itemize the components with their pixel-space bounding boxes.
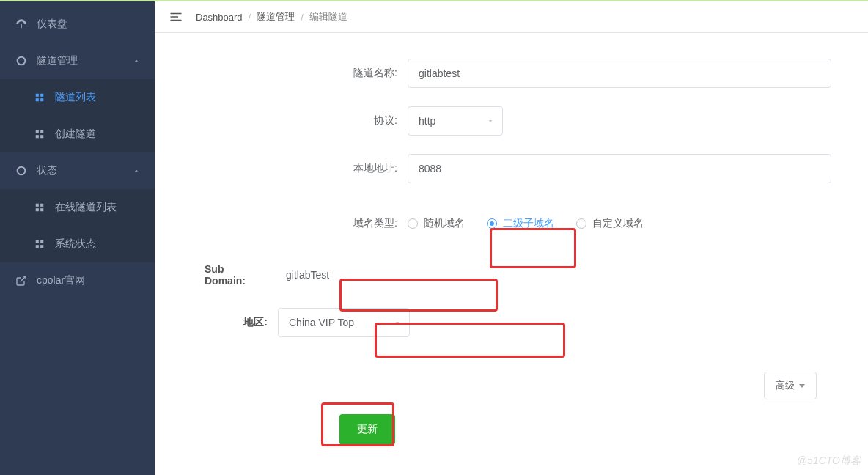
radio-label: 二级子域名 (503, 217, 554, 230)
chevron-up-icon (133, 167, 140, 174)
svg-rect-15 (40, 240, 43, 243)
label-domain-type: 域名类型: (162, 217, 408, 230)
menu-toggle-icon[interactable] (169, 10, 183, 23)
svg-rect-11 (40, 204, 43, 207)
sidebar-item-status[interactable]: 状态 (0, 152, 155, 189)
svg-rect-21 (171, 20, 182, 21)
label-sub-domain: Sub Domain: (162, 263, 271, 287)
breadcrumb-separator: / (301, 12, 304, 23)
sidebar-item-dashboard[interactable]: 仪表盘 (0, 6, 155, 43)
sidebar-item-online-tunnels[interactable]: 在线隧道列表 (0, 189, 155, 226)
chevron-down-icon (393, 318, 402, 327)
submit-button[interactable]: 更新 (339, 414, 395, 445)
svg-rect-16 (36, 245, 39, 248)
svg-rect-8 (40, 135, 43, 138)
svg-rect-10 (36, 204, 39, 207)
sidebar-item-label: 隧道列表 (55, 91, 96, 104)
sidebar-item-create-tunnel[interactable]: 创建隧道 (0, 116, 155, 152)
tunnel-name-input[interactable] (408, 59, 831, 88)
svg-rect-7 (36, 135, 39, 138)
radio-random-domain[interactable]: 随机域名 (408, 217, 465, 230)
breadcrumb-root[interactable]: Dashboard (196, 12, 243, 23)
chevron-up-icon (133, 57, 140, 65)
local-addr-input[interactable] (408, 154, 831, 183)
sidebar: 仪表盘 隧道管理 隧道列表 创建隧道 状态 (0, 0, 155, 475)
label-tunnel-name: 隧道名称: (162, 67, 408, 80)
row-local-addr: 本地地址: (162, 154, 861, 183)
dashboard-icon (15, 18, 28, 31)
row-region: 地区: China VIP Top (162, 308, 861, 337)
svg-rect-6 (40, 130, 43, 133)
svg-point-9 (18, 167, 26, 175)
sidebar-item-label: 系统状态 (55, 238, 96, 251)
radio-label: 自定义域名 (592, 217, 644, 230)
breadcrumb: Dashboard / 隧道管理 / 编辑隧道 (196, 10, 347, 23)
svg-rect-1 (36, 94, 39, 97)
sidebar-item-label: 在线隧道列表 (55, 201, 117, 214)
grid-icon (33, 91, 46, 104)
breadcrumb-mid[interactable]: 隧道管理 (257, 10, 295, 23)
protocol-value: http (419, 115, 435, 127)
row-sub-domain: Sub Domain: (162, 260, 861, 290)
svg-rect-2 (40, 94, 43, 97)
radio-sub-domain[interactable]: 二级子域名 (487, 217, 554, 230)
sidebar-item-label: 创建隧道 (55, 128, 96, 141)
advanced-button[interactable]: 高级 (764, 372, 817, 399)
sidebar-item-tunnel-mgmt[interactable]: 隧道管理 (0, 43, 155, 79)
svg-rect-12 (36, 208, 39, 211)
label-local-addr: 本地地址: (162, 162, 408, 175)
svg-rect-20 (171, 16, 179, 18)
topbar: Dashboard / 隧道管理 / 编辑隧道 (155, 0, 868, 33)
sidebar-item-label: 仪表盘 (37, 18, 140, 31)
radio-label: 随机域名 (424, 217, 465, 230)
svg-rect-3 (36, 98, 39, 101)
label-protocol: 协议: (162, 114, 408, 128)
external-link-icon (15, 274, 28, 287)
svg-rect-13 (40, 208, 43, 211)
row-tunnel-name: 隧道名称: (162, 59, 861, 88)
grid-icon (33, 201, 46, 214)
chevron-down-icon (486, 117, 495, 125)
svg-rect-19 (171, 13, 182, 15)
sidebar-item-cpolar-site[interactable]: cpolar官网 (0, 262, 155, 299)
radio-circle-icon (408, 218, 418, 229)
svg-rect-14 (36, 240, 39, 243)
svg-line-18 (21, 276, 26, 281)
main-content: Dashboard / 隧道管理 / 编辑隧道 隧道名称: 协议: http (155, 0, 868, 475)
sidebar-item-system-status[interactable]: 系统状态 (0, 226, 155, 262)
ring-icon (15, 54, 28, 67)
grid-icon (33, 238, 46, 251)
svg-rect-5 (36, 130, 39, 133)
radio-custom-domain[interactable]: 自定义域名 (576, 217, 644, 230)
triangle-down-icon (799, 384, 805, 388)
watermark: @51CTO博客 (797, 454, 861, 468)
sidebar-item-label: 隧道管理 (37, 54, 133, 67)
domain-type-radio-group: 随机域名 二级子域名 自定义域名 (408, 209, 861, 238)
radio-circle-icon (576, 218, 586, 229)
protocol-select[interactable]: http (408, 106, 503, 136)
row-domain-type: 域名类型: 随机域名 二级子域名 自定义域名 (162, 209, 861, 238)
sidebar-item-label: cpolar官网 (37, 274, 140, 287)
svg-point-0 (18, 57, 26, 65)
advanced-label: 高级 (776, 379, 795, 392)
breadcrumb-separator: / (249, 12, 251, 23)
breadcrumb-current: 编辑隧道 (309, 10, 347, 23)
sidebar-item-tunnel-list[interactable]: 隧道列表 (0, 79, 155, 116)
sidebar-item-label: 状态 (37, 164, 133, 177)
row-protocol: 协议: http (162, 106, 861, 136)
svg-rect-17 (40, 245, 43, 248)
label-region: 地区: (162, 316, 278, 329)
region-value: China VIP Top (289, 317, 354, 328)
sub-domain-input[interactable] (271, 260, 424, 290)
svg-rect-4 (40, 98, 43, 101)
radio-circle-icon (487, 218, 497, 229)
ring-icon (15, 164, 28, 177)
grid-icon (33, 128, 46, 141)
form-content: 隧道名称: 协议: http 本地地址: (155, 33, 868, 475)
region-select[interactable]: China VIP Top (278, 308, 410, 337)
